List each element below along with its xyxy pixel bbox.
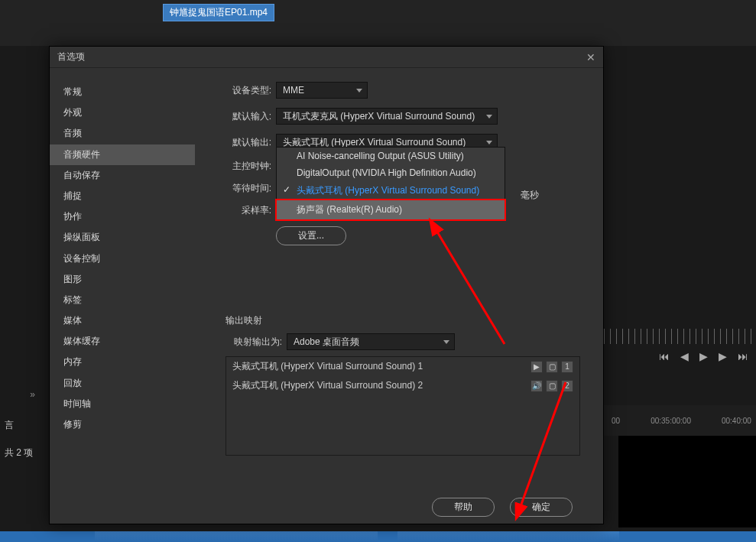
- go-start-icon[interactable]: ⏮: [659, 350, 670, 362]
- dropdown-option-2[interactable]: 头戴式耳机 (HyperX Virtual Surround Sound): [277, 181, 505, 200]
- close-icon[interactable]: ✕: [586, 51, 595, 63]
- channel-number: 2: [561, 380, 573, 392]
- output-map-heading: 输出映射: [226, 314, 580, 327]
- default-output-dropdown[interactable]: AI Noise-cancelling Output (ASUS Utility…: [276, 147, 505, 220]
- box-icon[interactable]: ▢: [546, 380, 558, 392]
- help-button[interactable]: 帮助: [432, 498, 495, 517]
- device-name: 头戴式耳机 (HyperX Virtual Surround Sound) 2: [232, 379, 423, 392]
- timeline-marks: 00 00:35:00:00 00:40:00: [604, 405, 756, 436]
- dialog-titlebar: 首选项 ✕: [50, 47, 603, 68]
- clip-segment: [95, 531, 378, 542]
- sidebar-item-9[interactable]: 图形: [50, 269, 195, 290]
- timeline-ruler: [604, 329, 756, 344]
- panel-close-icon[interactable]: »: [30, 387, 35, 404]
- sidebar-item-1[interactable]: 外观: [50, 102, 195, 123]
- sidebar-item-8[interactable]: 设备控制: [50, 248, 195, 269]
- device-type-select[interactable]: MME: [276, 82, 368, 99]
- go-end-icon[interactable]: ⏭: [738, 350, 748, 362]
- preferences-dialog: 首选项 ✕ 常规外观音频音频硬件自动保存捕捉协作操纵面板设备控制图形标签媒体媒体…: [49, 46, 604, 524]
- timeline-mark: 00:40:00: [722, 417, 751, 425]
- device-name: 头戴式耳机 (HyperX Virtual Surround Sound) 1: [232, 360, 423, 373]
- sidebar-item-6[interactable]: 协作: [50, 206, 195, 227]
- sidebar-item-15[interactable]: 时间轴: [50, 394, 195, 414]
- sound-icon[interactable]: 🔊: [530, 380, 543, 392]
- clip-segment: [397, 531, 619, 542]
- timeline-mark: 00:35:00:00: [651, 417, 691, 425]
- device-type-label: 设备类型:: [226, 84, 271, 97]
- dropdown-option-0[interactable]: AI Noise-cancelling Output (ASUS Utility…: [277, 148, 505, 164]
- sidebar-item-3[interactable]: 音频硬件: [50, 144, 195, 165]
- ok-button[interactable]: 确定: [510, 498, 573, 517]
- dialog-footer: 帮助 确定: [50, 490, 603, 524]
- project-panel-header: 言: [5, 417, 34, 434]
- sample-rate-label: 采样率:: [226, 204, 271, 217]
- sidebar-item-4[interactable]: 自动保存: [50, 165, 195, 186]
- sidebar-item-13[interactable]: 内存: [50, 352, 195, 372]
- sidebar-item-11[interactable]: 媒体: [50, 310, 195, 331]
- timeline-mark: 00: [612, 417, 620, 425]
- transport-controls: ⏮ ◀ ▶ ▶ ⏭: [659, 350, 748, 362]
- sidebar-item-14[interactable]: 回放: [50, 373, 195, 394]
- sidebar-item-5[interactable]: 捕捉: [50, 186, 195, 206]
- channel-number: 1: [561, 361, 573, 373]
- map-output-as-select[interactable]: Adobe 桌面音频: [287, 333, 455, 350]
- project-item-count: 共 2 项: [5, 445, 34, 462]
- file-tab[interactable]: 钟馗捉鬼国语EP01.mp4: [163, 4, 274, 21]
- default-input-select[interactable]: 耳机式麦克风 (HyperX Virtual Surround Sound): [276, 108, 498, 125]
- sidebar-item-12[interactable]: 媒体缓存: [50, 331, 195, 352]
- preview-dark-shape: [618, 436, 756, 527]
- sidebar-item-7[interactable]: 操纵面板: [50, 227, 195, 248]
- setup-button[interactable]: 设置...: [276, 226, 346, 245]
- default-input-label: 默认输入:: [226, 110, 271, 123]
- sidebar-item-10[interactable]: 标签: [50, 290, 195, 310]
- sidebar-item-16[interactable]: 修剪: [50, 414, 195, 435]
- app-background-top: [0, 0, 756, 46]
- dropdown-option-3[interactable]: 扬声器 (Realtek(R) Audio): [275, 199, 506, 221]
- play-icon[interactable]: ▶: [530, 361, 543, 373]
- step-fwd-icon[interactable]: ▶: [719, 350, 727, 362]
- map-output-as-label: 映射输出为:: [226, 336, 282, 349]
- sidebar-item-2[interactable]: 音频: [50, 123, 195, 144]
- default-output-label: 默认输出:: [226, 136, 271, 149]
- master-clock-label: 主控时钟:: [226, 160, 271, 173]
- dialog-title: 首选项: [57, 50, 85, 63]
- project-panel-slice: » 言 共 2 项: [0, 413, 38, 466]
- device-row[interactable]: 头戴式耳机 (HyperX Virtual Surround Sound) 2🔊…: [226, 376, 579, 395]
- play-icon[interactable]: ▶: [699, 350, 708, 362]
- step-back-icon[interactable]: ◀: [680, 350, 689, 362]
- sidebar-item-0[interactable]: 常规: [50, 82, 195, 102]
- bottom-strip: [0, 531, 756, 542]
- ms-suffix: 毫秒: [521, 189, 539, 202]
- device-row[interactable]: 头戴式耳机 (HyperX Virtual Surround Sound) 1▶…: [226, 357, 579, 376]
- preferences-sidebar: 常规外观音频音频硬件自动保存捕捉协作操纵面板设备控制图形标签媒体媒体缓存内存回放…: [50, 68, 195, 490]
- dropdown-option-1[interactable]: DigitalOutput (NVIDIA High Definition Au…: [277, 164, 505, 181]
- output-device-list: 头戴式耳机 (HyperX Virtual Surround Sound) 1▶…: [226, 356, 580, 456]
- box-icon[interactable]: ▢: [546, 361, 558, 373]
- wait-time-label: 等待时间:: [226, 182, 271, 195]
- preferences-main: 设备类型: MME 默认输入: 耳机式麦克风 (HyperX Virtual S…: [195, 68, 603, 490]
